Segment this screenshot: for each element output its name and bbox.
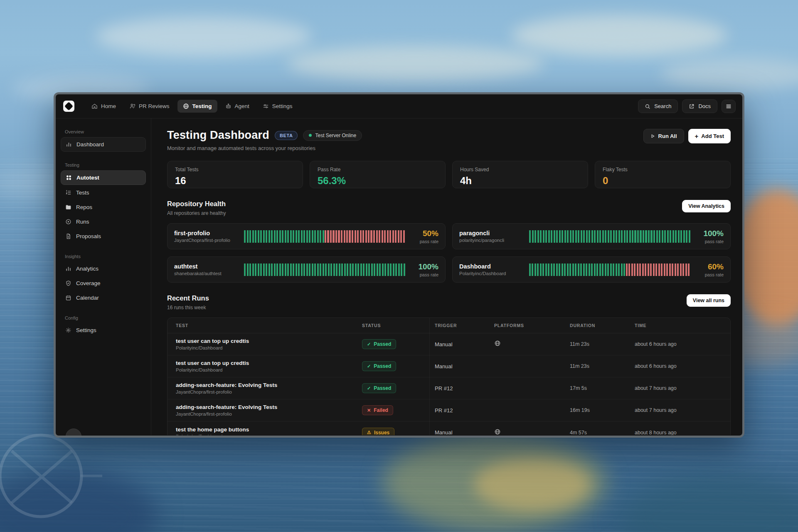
run-repo: JayantChopra/first-profolio	[176, 389, 362, 394]
sidebar-section-config: Config	[65, 315, 142, 320]
repo-name: authtest	[174, 263, 237, 270]
status-label: Passed	[374, 341, 391, 347]
sidebar-item-tests[interactable]: Tests	[61, 186, 146, 200]
sidebar-item-label: Calendar	[76, 295, 99, 301]
trigger-cell: PR #12	[435, 385, 494, 392]
sidebar-item-label: Coverage	[76, 280, 101, 286]
repo-health-subtitle: All repositories are healthy	[167, 210, 226, 216]
external-link-icon	[689, 103, 695, 109]
sidebar-item-calendar[interactable]: Calendar	[61, 291, 146, 305]
sidebar-item-autotest[interactable]: Autotest	[61, 170, 146, 185]
play-icon	[650, 134, 655, 138]
sidebar-item-repos[interactable]: Repos	[61, 200, 146, 214]
beta-badge: BETA	[275, 131, 298, 140]
page-title: Testing Dashboard	[167, 129, 269, 142]
pass-rate-value: 100%	[412, 262, 438, 271]
docs-label: Docs	[698, 103, 711, 109]
nav-item-home[interactable]: Home	[86, 100, 121, 113]
sidebar-section-overview: Overview	[65, 129, 142, 134]
ordered-list-icon	[65, 190, 71, 196]
sidebar-item-analytics[interactable]: Analytics	[61, 262, 146, 276]
sidebar-item-label: Repos	[76, 204, 92, 210]
top-navbar: Home PR Reviews Testing Agent Settings	[56, 94, 742, 118]
pr-reviews-icon	[129, 103, 135, 109]
gold-reflection	[474, 457, 590, 511]
stat-label: Hours Saved	[460, 167, 580, 172]
pass-rate-value: 100%	[697, 229, 724, 238]
app-logo[interactable]	[63, 101, 74, 112]
sidebar-item-settings[interactable]: Settings	[61, 323, 146, 337]
sidebar: Overview Dashboard Testing Autotest Test…	[56, 118, 151, 435]
column-status: STATUS	[362, 323, 435, 328]
server-status-pill: Test Server Online	[303, 130, 362, 141]
docs-button[interactable]: Docs	[682, 99, 717, 113]
nav-item-testing[interactable]: Testing	[177, 100, 217, 113]
shield-check-icon	[65, 280, 71, 286]
table-row[interactable]: test user can top up credtis Polarityinc…	[167, 355, 730, 377]
nav-item-settings[interactable]: Settings	[257, 100, 298, 113]
cloud	[96, 17, 312, 56]
sidebar-item-label: Autotest	[76, 175, 99, 181]
testing-globe-icon	[183, 103, 189, 109]
run-name: adding-search-feature: Evolving Tests	[176, 382, 362, 388]
pass-rate-value: 50%	[412, 229, 438, 238]
logo-gem-icon	[64, 102, 73, 111]
home-icon	[91, 103, 98, 109]
stat-label: Total Tests	[175, 167, 295, 172]
repo-card-paragoncli: paragoncli polarityinc/paragoncli 100% p…	[452, 223, 731, 249]
check-icon: ✓	[367, 364, 371, 369]
recent-runs-subtitle: 16 runs this week	[167, 305, 209, 310]
agent-bot-icon	[225, 103, 232, 109]
platforms-cell	[494, 429, 570, 436]
stat-value: 56.3%	[318, 175, 438, 187]
view-analytics-button[interactable]: View Analytics	[682, 200, 731, 212]
status-label: Issues	[374, 430, 389, 436]
pass-rate-bar	[244, 230, 405, 243]
hamburger-menu-icon	[725, 103, 732, 110]
run-all-button[interactable]: Run All	[643, 129, 684, 143]
sidebar-section-testing: Testing	[65, 163, 142, 167]
view-all-runs-button[interactable]: View all runs	[687, 294, 731, 307]
table-row[interactable]: adding-search-feature: Evolving Tests Ja…	[167, 399, 730, 421]
time-cell: about 6 hours ago	[635, 341, 722, 347]
status-badge: ✓Passed	[362, 361, 396, 371]
sidebar-item-dashboard[interactable]: Dashboard	[61, 137, 146, 152]
sidebar-item-coverage[interactable]: Coverage	[61, 276, 146, 290]
menu-button[interactable]	[722, 100, 736, 113]
pass-rate-caption: pass rate	[697, 239, 724, 244]
search-button[interactable]: Search	[638, 99, 678, 113]
nav-item-pr-reviews[interactable]: PR Reviews	[124, 100, 175, 113]
document-icon	[65, 233, 71, 239]
table-row[interactable]: test user can top up credtis Polarityinc…	[167, 333, 730, 355]
calendar-icon	[65, 295, 71, 301]
time-cell: about 6 hours ago	[635, 363, 722, 369]
add-test-button[interactable]: + Add Test	[688, 129, 731, 143]
nav-label: Home	[101, 103, 116, 109]
bar-passed-segment	[244, 264, 405, 276]
plus-icon: +	[695, 133, 699, 140]
nav-label: Testing	[192, 103, 212, 109]
sidebar-item-label: Settings	[76, 327, 96, 333]
sidebar-item-label: Dashboard	[76, 141, 104, 148]
table-row[interactable]: adding-search-feature: Evolving Tests Ja…	[167, 377, 730, 399]
sidebar-item-proposals[interactable]: Proposals	[61, 229, 146, 243]
repo-health-grid: first-profolio JayantChopra/first-profol…	[167, 223, 731, 283]
duration-cell: 11m 23s	[570, 341, 635, 347]
stat-hours-saved: Hours Saved 4h	[452, 161, 588, 188]
pass-rate-bar	[529, 264, 690, 276]
run-name: adding-search-feature: Evolving Tests	[176, 404, 362, 410]
pass-rate-caption: pass rate	[412, 239, 438, 244]
server-status-label: Test Server Online	[315, 133, 356, 138]
repo-card-first-profolio: first-profolio JayantChopra/first-profol…	[167, 223, 446, 249]
sidebar-item-label: Tests	[76, 190, 89, 196]
web-platform-icon	[494, 429, 501, 435]
sidebar-item-label: Runs	[76, 219, 89, 225]
table-header-row: TEST STATUS TRIGGER PLATFORMS DURATION T…	[167, 318, 730, 333]
sidebar-item-runs[interactable]: Runs	[61, 215, 146, 229]
sidebar-item-label: Analytics	[76, 266, 99, 272]
nav-item-agent[interactable]: Agent	[220, 100, 255, 113]
table-row[interactable]: test the home page buttons Polarityinc/D…	[167, 421, 730, 435]
duration-cell: 4m 57s	[570, 430, 635, 436]
user-avatar[interactable]	[66, 429, 81, 438]
repo-path: Polarityinc/Dashboard	[459, 271, 522, 276]
